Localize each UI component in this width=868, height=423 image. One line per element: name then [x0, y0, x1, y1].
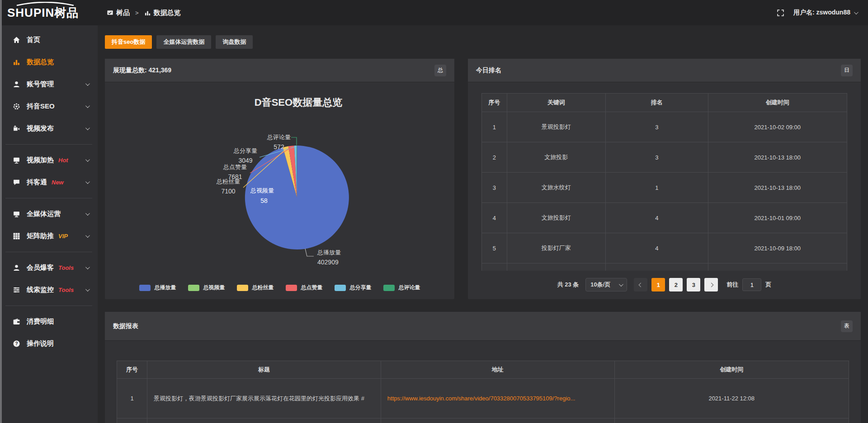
sidebar-item-home[interactable]: 首页 [0, 29, 98, 51]
cell-created: 2021-10-01 09:00 [708, 203, 847, 233]
cell-created: 2021-10-09 18:00 [708, 233, 847, 263]
goto-page-input[interactable] [742, 278, 761, 291]
breadcrumb-separator: > [135, 9, 139, 16]
cell-index: 3 [481, 173, 507, 203]
legend-label: 总视频量 [203, 284, 225, 291]
sidebar-item-account[interactable]: 账号管理 [0, 73, 98, 95]
page-button-1[interactable]: 1 [651, 278, 665, 291]
monitor-icon [13, 156, 20, 164]
sidebar-item-label: 抖音SEO [27, 102, 55, 111]
logo[interactable]: SHUPIN树品 [0, 0, 98, 25]
label-likes: 总点赞量 [223, 164, 247, 170]
cell-index: 5 [481, 233, 507, 263]
sidebar-item-label: 数据总览 [27, 58, 54, 66]
sidebar-item-media-ops[interactable]: 全媒体运营 [0, 203, 98, 225]
tab-media-ops[interactable]: 全媒体运营数据 [156, 35, 211, 49]
sidebar-item-label: 操作说明 [27, 339, 54, 348]
tab-douyin-seo[interactable]: 抖音seo数据 [105, 35, 152, 49]
legend-item-comments[interactable]: 总评论量 [383, 284, 420, 291]
table-row: 5 投影灯厂家 4 2021-10-09 18:00 [481, 233, 847, 263]
value-shares: 3049 [238, 157, 252, 164]
sidebar-item-video-publish[interactable]: 视频发布 [0, 118, 98, 140]
total-badge-button[interactable]: 总 [434, 65, 446, 76]
legend-swatch [335, 285, 346, 291]
legend-label: 总点赞量 [301, 284, 323, 291]
value-plays: 402909 [317, 258, 339, 266]
legend-item-shares[interactable]: 总分享量 [335, 284, 372, 291]
sidebar-item-label: 账号管理 [27, 80, 54, 89]
label-comments: 总评论量 [267, 134, 291, 141]
ranking-table: 序号 关键词 排名 创建时间 1 景观投影灯 3 2021-10-02 09:0… [481, 93, 847, 271]
page-size-select[interactable]: 10条/页 [585, 278, 627, 291]
tab-inquiry[interactable]: 询盘数据 [216, 35, 253, 49]
sidebar-item-label: 视频发布 [27, 124, 54, 133]
chart-icon [13, 58, 20, 66]
cell-index: 2 [481, 142, 507, 173]
sidebar-item-video-heat[interactable]: 视频加热 Hot [0, 149, 98, 171]
sidebar-item-lead-monitor[interactable]: 线索监控 Tools [0, 279, 98, 301]
left-scrollbar[interactable] [0, 0, 2, 423]
cell-created: 2021-10-02 09:00 [708, 112, 847, 142]
table-header-row: 序号 关键词 排名 创建时间 [481, 93, 847, 112]
day-badge-button[interactable]: 日 [841, 65, 853, 76]
sidebar-item-help[interactable]: ? 操作说明 [0, 333, 98, 355]
breadcrumb-root-label: 树品 [116, 9, 130, 17]
report-body: 序号 标题 地址 创建时间 1 景观投影灯，夜游景观投影灯厂家展示展示落花灯在花… [105, 361, 861, 423]
sidebar-item-matrix-boost[interactable]: 矩阵助推 VIP [0, 225, 98, 247]
breadcrumb-current[interactable]: 数据总览 [144, 9, 181, 17]
chart-legend: 总播放量 总视频量 总粉丝量 总点赞量 总分享量 总评论量 [105, 284, 454, 291]
legend-item-likes[interactable]: 总点赞量 [286, 284, 323, 291]
chart-panel: 展现量总数: 421,369 总 D音SEO数据量总览 [105, 59, 454, 299]
sidebar-item-doukertong[interactable]: 抖客通 New [0, 171, 98, 193]
table-row: 1 景观投影灯 3 2021-10-02 09:00 [481, 112, 847, 142]
column-header: 序号 [481, 93, 507, 112]
table-row: 2 文旅投影 3 2021-10-13 18:00 [481, 142, 847, 173]
chevron-right-icon [709, 282, 713, 287]
legend-item-fans[interactable]: 总粉丝量 [237, 284, 274, 291]
top-header: SHUPIN树品 树品 > 数据总览 用户名: zswodun88 [0, 0, 868, 25]
sidebar-item-spend-detail[interactable]: 消费明细 [0, 310, 98, 333]
tools-badge: Tools [58, 264, 74, 271]
new-badge: New [52, 179, 64, 186]
ranking-title: 今日排名 [476, 66, 501, 75]
table-header-row: 序号 标题 地址 创建时间 [117, 361, 849, 379]
sidebar-divider [5, 144, 92, 145]
legend-item-videos[interactable]: 总视频量 [188, 284, 225, 291]
chevron-down-icon [85, 126, 90, 130]
window-icon [107, 9, 113, 16]
goto-suffix: 页 [765, 281, 771, 289]
legend-item-plays[interactable]: 总播放量 [139, 284, 176, 291]
table-badge-button[interactable]: 表 [841, 320, 853, 332]
sidebar-item-data-overview[interactable]: 数据总览 [0, 51, 98, 73]
cell-created: 2021-10-13 18:00 [708, 173, 847, 203]
legend-swatch [237, 285, 248, 291]
chevron-down-icon [85, 179, 90, 184]
sidebar-item-douyin-seo[interactable]: 抖音SEO [0, 95, 98, 118]
bar-chart-icon [144, 9, 151, 16]
value-videos: 58 [260, 197, 268, 204]
goto-label: 前往 [726, 281, 738, 289]
sidebar-divider [5, 306, 92, 306]
prev-page-button[interactable] [634, 278, 647, 291]
cell-index: 1 [117, 379, 147, 418]
page-button-3[interactable]: 3 [687, 278, 700, 291]
legend-label: 总粉丝量 [252, 284, 274, 291]
table-row: 3 文旅水纹灯 1 2021-10-13 18:00 [481, 173, 847, 203]
legend-swatch [139, 285, 151, 291]
legend-label: 总评论量 [399, 284, 420, 291]
pie-chart[interactable]: D音SEO数据量总览 总评论量 572 [105, 82, 454, 277]
header-right: 用户名: zswodun88 [777, 9, 857, 17]
cell-index: 1 [481, 112, 507, 142]
fullscreen-icon[interactable] [777, 9, 784, 17]
next-page-button[interactable] [704, 278, 718, 291]
breadcrumb-root[interactable]: 树品 [107, 9, 130, 17]
sidebar-item-member[interactable]: 会员爆客 Tools [0, 257, 98, 279]
video-link[interactable]: https://www.iesdouyin.com/share/video/70… [387, 395, 576, 402]
user-icon [13, 80, 20, 88]
sidebar-item-label: 线索监控 [27, 286, 54, 294]
chat-icon [13, 179, 20, 186]
user-menu[interactable]: 用户名: zswodun88 [793, 9, 857, 17]
page-button-2[interactable]: 2 [669, 278, 683, 291]
report-title: 数据报表 [113, 322, 138, 330]
chevron-down-icon [85, 103, 90, 108]
